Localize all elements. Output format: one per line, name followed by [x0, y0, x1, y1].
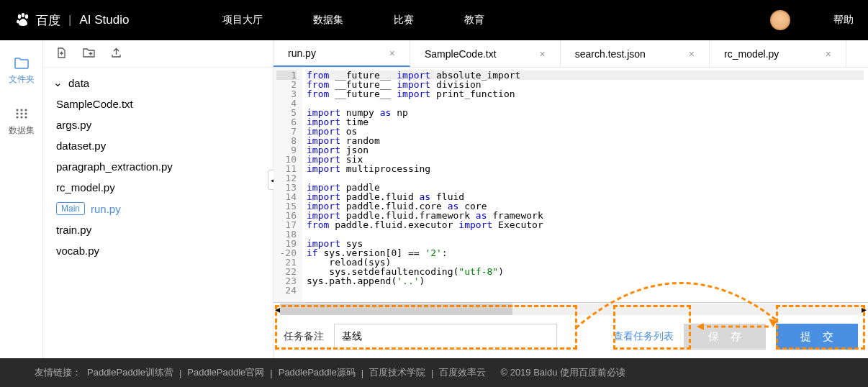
- sidebar-datasets-label: 数据集: [9, 124, 35, 137]
- svg-point-4: [16, 109, 18, 111]
- footer-copyright: © 2019 Baidu 使用百度前必读: [500, 366, 625, 379]
- logo[interactable]: 百度 | AI Studio: [14, 12, 129, 29]
- svg-point-0: [18, 14, 21, 19]
- upload-icon[interactable]: [111, 47, 122, 60]
- footer-link[interactable]: PaddlePaddle源码: [279, 366, 356, 379]
- nav-datasets[interactable]: 数据集: [313, 14, 343, 27]
- logo-text: 百度: [36, 12, 60, 29]
- task-bar: 任务备注 查看任务列表 保 存 提 交: [273, 315, 868, 358]
- svg-point-12: [24, 116, 27, 118]
- logo-separator: |: [68, 13, 71, 27]
- folder-icon: [14, 58, 29, 69]
- file-run[interactable]: Mainrun.py: [43, 198, 273, 219]
- file-rc-model[interactable]: rc_model.py: [43, 177, 273, 198]
- svg-point-6: [24, 109, 27, 111]
- file-vocab[interactable]: vocab.py: [43, 240, 273, 261]
- tab-samplecode[interactable]: SampleCode.txt×: [410, 40, 561, 67]
- footer-link[interactable]: PaddlePaddle训练营: [87, 366, 173, 379]
- tab-label: search.test.json: [575, 48, 646, 60]
- tab-label: SampleCode.txt: [425, 48, 497, 60]
- task-label: 任务备注: [284, 330, 324, 343]
- nav-education[interactable]: 教育: [464, 14, 484, 27]
- tab-rc-model[interactable]: rc_model.py×: [710, 40, 846, 67]
- file-args[interactable]: args.py: [43, 114, 273, 135]
- editor-tabs: run.py× SampleCode.txt× search.test.json…: [273, 40, 868, 68]
- save-button[interactable]: 保 存: [684, 324, 766, 350]
- svg-point-10: [16, 116, 18, 118]
- sidebar-files[interactable]: 文件夹: [9, 58, 35, 86]
- svg-point-9: [24, 112, 27, 114]
- close-icon[interactable]: ×: [826, 48, 831, 60]
- file-run-label: run.py: [91, 203, 121, 215]
- main-badge: Main: [56, 202, 85, 215]
- horizontal-scrollbar[interactable]: ◂ ▸: [273, 302, 868, 315]
- file-dataset[interactable]: dataset.py: [43, 135, 273, 156]
- icon-sidebar: 文件夹 数据集: [0, 40, 43, 358]
- new-file-icon[interactable]: [56, 47, 67, 60]
- dataset-icon: [14, 107, 29, 120]
- scroll-right-icon[interactable]: ▸: [862, 304, 867, 315]
- file-paragraph-extraction[interactable]: paragraph_extraction.py: [43, 156, 273, 177]
- folder-data[interactable]: ⌄data: [43, 72, 273, 94]
- view-tasks-link[interactable]: 查看任务列表: [613, 330, 674, 343]
- svg-point-1: [22, 13, 24, 17]
- baidu-paw-icon: [14, 12, 32, 29]
- footer-link[interactable]: 百度效率云: [439, 366, 486, 379]
- tab-search-test[interactable]: search.test.json×: [561, 40, 710, 67]
- tab-label: run.py: [288, 47, 316, 59]
- svg-point-7: [16, 112, 18, 114]
- logo-suffix: AI Studio: [79, 13, 129, 27]
- footer-link[interactable]: PaddlePaddle官网: [187, 366, 264, 379]
- nav-competitions[interactable]: 比赛: [394, 14, 414, 27]
- file-train[interactable]: train.py: [43, 219, 273, 240]
- nav-help[interactable]: 帮助: [833, 14, 854, 27]
- file-tree: ⌄data SampleCode.txt args.py dataset.py …: [43, 68, 273, 265]
- svg-point-11: [20, 116, 22, 118]
- folder-label: data: [68, 77, 89, 89]
- svg-point-8: [20, 112, 22, 114]
- footer-link[interactable]: 百度技术学院: [369, 366, 425, 379]
- code-editor[interactable]: 12345678910111213141516171819-2021222324…: [273, 68, 868, 302]
- footer: 友情链接： PaddlePaddle训练营| PaddlePaddle官网| P…: [0, 358, 868, 387]
- task-note-input[interactable]: [334, 324, 557, 350]
- svg-point-2: [25, 14, 28, 19]
- nav-projects[interactable]: 项目大厅: [222, 14, 263, 27]
- tab-label: rc_model.py: [724, 48, 779, 60]
- close-icon[interactable]: ×: [689, 48, 695, 60]
- footer-label: 友情链接：: [35, 366, 81, 379]
- top-header: 百度 | AI Studio 项目大厅 数据集 比赛 教育 帮助: [0, 0, 868, 40]
- close-icon[interactable]: ×: [389, 47, 395, 59]
- file-samplecode[interactable]: SampleCode.txt: [43, 94, 273, 114]
- svg-point-5: [20, 109, 22, 111]
- scroll-track[interactable]: [280, 304, 862, 315]
- new-folder-icon[interactable]: [83, 47, 95, 60]
- code-content[interactable]: from __future__ import absolute_importfr…: [302, 68, 868, 302]
- close-icon[interactable]: ×: [540, 48, 546, 60]
- chevron-down-icon: ⌄: [53, 76, 63, 89]
- tab-run[interactable]: run.py×: [273, 40, 410, 67]
- scroll-thumb[interactable]: [280, 304, 512, 315]
- scroll-left-icon[interactable]: ◂: [275, 304, 280, 315]
- submit-button[interactable]: 提 交: [776, 324, 858, 350]
- main-nav: 项目大厅 数据集 比赛 教育: [222, 14, 484, 27]
- file-panel: ⌄data SampleCode.txt args.py dataset.py …: [43, 40, 273, 358]
- avatar[interactable]: [770, 10, 790, 30]
- sidebar-datasets[interactable]: 数据集: [9, 107, 35, 137]
- sidebar-files-label: 文件夹: [9, 73, 35, 86]
- line-gutter: 12345678910111213141516171819-2021222324: [273, 68, 302, 302]
